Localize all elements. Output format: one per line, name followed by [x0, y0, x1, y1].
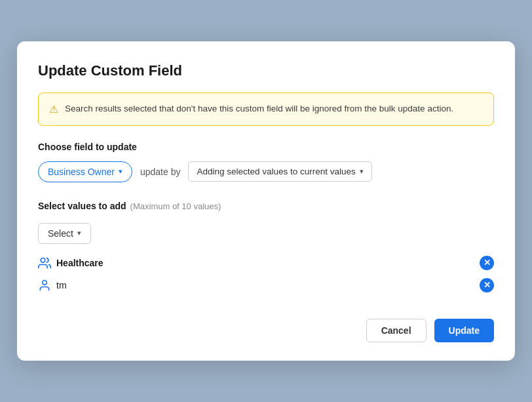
remove-icon: ✕: [484, 258, 491, 267]
update-by-text: update by: [140, 167, 181, 177]
warning-icon: ⚠: [49, 103, 58, 115]
list-item: tm ✕: [38, 278, 494, 292]
values-header: Select values to add (Maximum of 10 valu…: [38, 201, 494, 214]
warning-banner: ⚠ Search results selected that don't hav…: [38, 92, 494, 125]
cancel-button[interactable]: Cancel: [366, 319, 427, 342]
update-button[interactable]: Update: [434, 319, 494, 342]
update-custom-field-modal: Update Custom Field ⚠ Search results sel…: [17, 41, 515, 360]
update-method-chevron-icon: ▾: [360, 167, 364, 176]
field-row: Business Owner ▾ update by Adding select…: [38, 161, 494, 182]
svg-point-1: [43, 280, 47, 285]
user-icon: [38, 279, 51, 292]
user-group-icon: [38, 256, 51, 270]
value-name: Healthcare: [56, 258, 104, 268]
field-selector-label: Business Owner: [48, 167, 115, 177]
modal-title: Update Custom Field: [38, 62, 494, 79]
modal-footer: Cancel Update: [38, 319, 494, 342]
svg-point-0: [41, 258, 45, 262]
remove-tm-button[interactable]: ✕: [480, 278, 494, 292]
select-values-chevron-icon: ▾: [77, 229, 81, 237]
choose-field-label: Choose field to update: [38, 142, 494, 152]
select-values-placeholder: Select: [48, 228, 73, 239]
select-values-label: Select values to add: [38, 201, 126, 211]
remove-healthcare-button[interactable]: ✕: [480, 256, 494, 270]
list-item: Healthcare ✕: [38, 256, 494, 270]
selected-values-list: Healthcare ✕ tm ✕: [38, 256, 494, 292]
update-method-label: Adding selected values to current values: [197, 167, 355, 176]
warning-text: Search results selected that don't have …: [65, 102, 453, 115]
value-name: tm: [56, 280, 67, 291]
values-subtitle: (Maximum of 10 values): [130, 201, 221, 211]
update-method-selector[interactable]: Adding selected values to current values…: [188, 161, 371, 182]
value-left: Healthcare: [38, 256, 104, 270]
value-left: tm: [38, 279, 67, 292]
remove-icon: ✕: [484, 281, 491, 289]
field-selector-button[interactable]: Business Owner ▾: [38, 161, 132, 182]
select-values-dropdown[interactable]: Select ▾: [38, 223, 91, 244]
field-selector-chevron-icon: ▾: [119, 167, 123, 176]
